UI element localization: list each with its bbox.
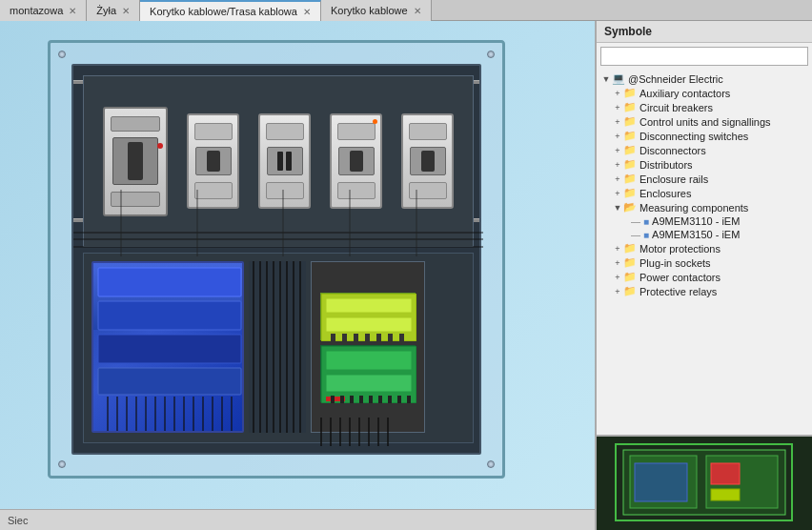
tree-item-mp[interactable]: + 📁 Motor protections xyxy=(597,241,812,255)
svg-rect-71 xyxy=(635,463,687,501)
aux-label: Auxiliary contactors xyxy=(639,88,730,99)
mc-expand-icon[interactable]: ▼ xyxy=(612,202,623,214)
tree-item-cb[interactable]: + 📁 Circuit breakers xyxy=(597,100,812,114)
tree-item-mc1[interactable]: — ■ A9MEM3110 - iEM xyxy=(597,214,812,228)
breaker-1 xyxy=(187,113,239,209)
tree-item-pc[interactable]: + 📁 Power contactors xyxy=(597,270,812,284)
bolt-tl xyxy=(58,51,66,58)
status-bar: Siec xyxy=(0,509,595,530)
component-section xyxy=(83,253,474,443)
status-text: Siec xyxy=(8,515,28,526)
3d-viewport[interactable]: Siec xyxy=(0,21,595,530)
mc1-label: A9MEM3110 - iEM xyxy=(652,215,740,227)
ps-folder-icon: 📁 xyxy=(623,256,637,269)
dist-label: Distributors xyxy=(639,159,693,171)
svg-rect-28 xyxy=(326,317,412,332)
cb-folder-icon: 📁 xyxy=(623,101,637,113)
disc-expand-icon[interactable]: + xyxy=(612,145,623,156)
er-expand-icon[interactable]: + xyxy=(612,173,623,185)
breaker-4 xyxy=(401,113,454,209)
tab-korytko1[interactable]: Korytko kablowe/Trasa kablowa ✕ xyxy=(140,0,321,21)
svg-rect-34 xyxy=(388,334,393,341)
tab-label: montazowa xyxy=(10,5,63,16)
tree-item-mc2[interactable]: — ■ A9MEM3150 - iEM xyxy=(597,228,812,241)
wiring-middle xyxy=(249,261,306,433)
tab-label: Korytko kablowe/Trasa kablowa xyxy=(150,6,297,17)
tree-item-ds[interactable]: + 📁 Disconnecting switches xyxy=(597,129,812,143)
tree-item-ps[interactable]: + 📁 Plug-in sockets xyxy=(597,255,812,270)
cb-expand-icon[interactable]: + xyxy=(612,102,623,113)
root-expand-icon[interactable]: ▼ xyxy=(600,73,612,85)
cb-label: Circuit breakers xyxy=(639,102,713,113)
meter-block-2 xyxy=(320,345,416,402)
svg-rect-72 xyxy=(711,489,740,500)
tree-item-cu[interactable]: + 📁 Control units and signallings xyxy=(597,114,812,129)
blue-module xyxy=(91,261,244,433)
svg-rect-29 xyxy=(331,334,335,341)
er-folder-icon: 📁 xyxy=(623,173,637,185)
mc1-doc-icon: ■ xyxy=(643,216,649,227)
bolt-tr xyxy=(487,51,495,58)
ds-expand-icon[interactable]: + xyxy=(612,131,623,142)
tree-root-schneider[interactable]: ▼ 💻 @Schneider Electric xyxy=(597,71,812,86)
mc1-connector: — xyxy=(631,216,640,227)
tab-zyla[interactable]: Żyła ✕ xyxy=(87,0,140,21)
mp-expand-icon[interactable]: + xyxy=(612,243,623,255)
main-breaker xyxy=(103,107,168,216)
breaker-3 xyxy=(330,113,382,209)
symbol-tree: ▼ 💻 @Schneider Electric + 📁 Auxiliary co… xyxy=(597,70,812,435)
svg-rect-35 xyxy=(399,334,404,341)
pr-expand-icon[interactable]: + xyxy=(612,286,623,297)
enc-label: Enclosures xyxy=(639,188,691,199)
svg-rect-41 xyxy=(340,396,344,403)
tree-item-pr[interactable]: + 📁 Protective relays xyxy=(597,284,812,298)
cu-label: Control units and signallings xyxy=(639,116,771,128)
svg-rect-70 xyxy=(711,463,740,484)
er-label: Enclosure rails xyxy=(639,173,708,185)
tab-close-korytko2[interactable]: ✕ xyxy=(414,6,421,16)
tab-close-zyla[interactable]: ✕ xyxy=(122,6,130,16)
pc-expand-icon[interactable]: + xyxy=(612,272,623,283)
tab-close-montazowa[interactable]: ✕ xyxy=(69,6,76,16)
energy-meter-module xyxy=(311,261,425,433)
disc-folder-icon: 📁 xyxy=(623,144,637,156)
cabinet-assembly xyxy=(48,40,505,479)
ds-label: Disconnecting switches xyxy=(639,131,748,142)
cu-expand-icon[interactable]: + xyxy=(612,116,623,128)
ds-folder-icon: 📁 xyxy=(623,130,637,142)
panel-title: Symbole xyxy=(604,25,652,38)
aux-expand-icon[interactable]: + xyxy=(612,88,623,99)
svg-rect-45 xyxy=(378,396,382,403)
right-panel: Symbole ▼ 💻 @Schneider Electric + 📁 Auxi… xyxy=(595,21,812,530)
svg-rect-32 xyxy=(365,334,370,341)
tree-item-mc[interactable]: ▼ 📂 Measuring components xyxy=(597,200,812,214)
tree-item-aux[interactable]: + 📁 Auxiliary contactors xyxy=(597,86,812,100)
mc-folder-icon: 📂 xyxy=(623,201,637,214)
tree-item-dist[interactable]: + 📁 Distributors xyxy=(597,157,812,172)
aux-folder-icon: 📁 xyxy=(623,87,637,99)
tree-item-enc[interactable]: + 📁 Enclosures xyxy=(597,186,812,200)
mc2-connector: — xyxy=(631,230,640,240)
tab-bar: montazowa ✕ Żyła ✕ Korytko kablowe/Trasa… xyxy=(0,0,812,21)
cu-folder-icon: 📁 xyxy=(623,115,637,128)
svg-rect-33 xyxy=(376,334,381,341)
svg-rect-15 xyxy=(98,301,241,330)
svg-rect-43 xyxy=(359,396,363,403)
main-layout: Siec Symbole ▼ 💻 @Schneider Electric + 📁… xyxy=(0,21,812,530)
tab-close-korytko1[interactable]: ✕ xyxy=(303,7,311,17)
mc2-label: A9MEM3150 - iEM xyxy=(652,229,740,240)
tree-item-disc[interactable]: + 📁 Disconnectors xyxy=(597,143,812,157)
ps-expand-icon[interactable]: + xyxy=(612,257,623,269)
dist-expand-icon[interactable]: + xyxy=(612,159,623,171)
pc-label: Power contactors xyxy=(639,272,721,283)
tab-montazowa[interactable]: montazowa ✕ xyxy=(0,0,87,21)
enc-expand-icon[interactable]: + xyxy=(612,188,623,199)
tab-korytko2[interactable]: Korytko kablowe ✕ xyxy=(321,0,432,21)
svg-rect-27 xyxy=(326,298,412,313)
root-label: @Schneider Electric xyxy=(628,73,723,85)
meter-block-1 xyxy=(320,293,416,340)
svg-rect-17 xyxy=(98,368,241,395)
tree-item-er[interactable]: + 📁 Enclosure rails xyxy=(597,172,812,186)
mc-label: Measuring components xyxy=(639,202,748,214)
search-input[interactable] xyxy=(600,47,808,66)
